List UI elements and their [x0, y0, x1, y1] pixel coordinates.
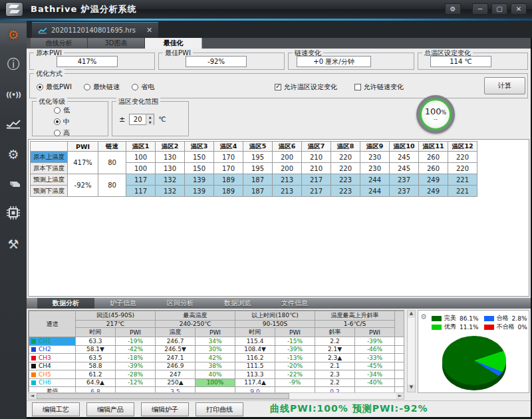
zone-value-cell[interactable]: 170: [214, 152, 243, 163]
row-label[interactable]: 预测上温度: [31, 174, 68, 186]
channel-label[interactable]: CH4: [29, 362, 76, 370]
close-button[interactable]: ✕: [511, 3, 527, 15]
horizontal-scrollbar[interactable]: ◄ ►: [28, 392, 404, 400]
sidebar-item-info[interactable]: ⓘ: [0, 53, 27, 76]
channel-label[interactable]: CH1: [29, 337, 76, 346]
zone-value-cell[interactable]: 200: [273, 152, 302, 163]
optimize-radio-2[interactable]: 省电: [132, 82, 154, 92]
optimize-checkbox-1[interactable]: 允许链速变化: [354, 82, 404, 92]
zone-value-cell[interactable]: 221: [448, 174, 477, 186]
calculate-button[interactable]: 计算: [484, 77, 525, 94]
zone-value-cell[interactable]: 100: [126, 152, 156, 163]
param-value-original-pwi[interactable]: 417%: [57, 56, 118, 67]
zone-value-cell[interactable]: 230: [360, 152, 390, 163]
row-label[interactable]: 预测下温度: [31, 186, 68, 197]
row-label[interactable]: 原本上温度: [31, 152, 68, 163]
zone-value-cell[interactable]: 220: [331, 163, 360, 174]
analysis-tab-3[interactable]: 数据浏览: [209, 298, 266, 309]
scrollbar-thumb[interactable]: [37, 393, 289, 399]
zone-value-cell[interactable]: 132: [156, 174, 185, 186]
zone-value-cell[interactable]: 195: [243, 152, 273, 163]
level-radio-2[interactable]: 高: [54, 128, 70, 138]
spinner-arrows-icon[interactable]: ▲▼: [146, 114, 154, 124]
zone-value-cell[interactable]: 245: [390, 163, 419, 174]
zone-value-cell[interactable]: 237: [390, 186, 419, 197]
param-value-zone-setting-change[interactable]: 114 ℃: [430, 56, 491, 67]
settings-button[interactable]: ⚙: [445, 3, 461, 15]
channel-row[interactable]: CH258.1▼-42%246.5▼30%108.4▼-39%2.1▼-46%: [29, 345, 404, 354]
zone-value-cell[interactable]: 139: [185, 186, 214, 197]
view-tab-2[interactable]: 最佳化: [145, 38, 202, 49]
zone-value-cell[interactable]: 223: [331, 186, 360, 197]
zone-value-cell[interactable]: 244: [360, 186, 390, 197]
scroll-left-icon[interactable]: ◄: [29, 393, 36, 399]
zone-value-cell[interactable]: 117: [126, 186, 156, 197]
channel-row[interactable]: CH363.5-18%247.142%116.2-13%2.3▲-33%: [29, 354, 404, 362]
zone-value-cell[interactable]: 100: [126, 163, 156, 174]
zone-value-cell[interactable]: 217: [302, 174, 331, 186]
view-tab-0[interactable]: 曲线分析: [31, 38, 88, 49]
channel-label[interactable]: CH5: [29, 370, 76, 379]
zone-value-cell[interactable]: 237: [390, 174, 419, 186]
zone-value-cell[interactable]: 230: [360, 163, 390, 174]
close-tab-icon[interactable]: ✕: [146, 26, 152, 35]
zone-value-cell[interactable]: 245: [390, 152, 419, 163]
sidebar-item-curve-chart[interactable]: [0, 113, 27, 136]
sidebar-item-chip[interactable]: [0, 203, 27, 225]
zone-value-cell[interactable]: 189: [214, 186, 243, 197]
scroll-down-icon[interactable]: ▼: [408, 384, 415, 392]
zone-value-cell[interactable]: 221: [448, 186, 477, 197]
analysis-tab-4[interactable]: 文件信息: [266, 298, 323, 309]
zone-value-cell[interactable]: 170: [214, 163, 243, 174]
vertical-scrollbar[interactable]: ▲ ▼: [407, 310, 416, 392]
zone-value-cell[interactable]: 132: [156, 186, 185, 197]
channel-row[interactable]: CH664.9▲-12%250▲100%117.4▲-9%2.2-40%: [29, 378, 404, 387]
zone-value-cell[interactable]: 217: [302, 186, 331, 197]
sidebar-item-wireless-signal[interactable]: ((•)): [0, 83, 27, 106]
zone-value-cell[interactable]: 213: [273, 186, 302, 197]
sidebar-item-furnace-gear[interactable]: ⚙: [0, 23, 27, 46]
zone-value-cell[interactable]: 244: [360, 174, 390, 186]
zone-value-cell[interactable]: 150: [185, 163, 214, 174]
optimize-radio-1[interactable]: 最快链速: [84, 82, 120, 92]
zone-value-cell[interactable]: 213: [273, 174, 302, 186]
zone-value-cell[interactable]: 187: [243, 186, 273, 197]
zone-value-cell[interactable]: 195: [243, 163, 273, 174]
channel-label[interactable]: CH6: [29, 378, 76, 387]
channel-row[interactable]: CH561.2-28%24740%113.3-22%2.3-34%: [29, 370, 404, 379]
edit-product-button[interactable]: 编辑产品: [86, 402, 134, 416]
zone-value-cell[interactable]: 130: [156, 163, 185, 174]
optimize-checkbox-0[interactable]: 允许温区设定变化: [275, 82, 337, 92]
param-value-best-pwi[interactable]: -92%: [186, 56, 247, 67]
level-radio-0[interactable]: 低: [54, 106, 70, 115]
view-tab-1[interactable]: 3D图表: [88, 38, 145, 49]
zone-value-cell[interactable]: 210: [302, 152, 331, 163]
pie-settings-icon[interactable]: ⚙: [420, 313, 427, 321]
edit-process-button[interactable]: 编辑工艺: [32, 402, 80, 416]
zone-value-cell[interactable]: 220: [448, 163, 477, 174]
zone-value-cell[interactable]: 210: [302, 163, 331, 174]
zone-value-cell[interactable]: 249: [419, 174, 448, 186]
print-curve-button[interactable]: 打印曲线: [196, 402, 243, 416]
document-tab[interactable]: 20201120140801695.hrs ✕: [32, 22, 158, 38]
analysis-tab-0[interactable]: 数据分析: [37, 298, 94, 309]
zone-value-cell[interactable]: 200: [273, 163, 302, 174]
maximize-button[interactable]: ▢: [491, 3, 507, 15]
zone-value-cell[interactable]: 117: [126, 174, 156, 186]
scroll-up-icon[interactable]: ▲: [408, 311, 415, 318]
analysis-tab-1[interactable]: 炉子信息: [94, 298, 152, 309]
scroll-right-icon[interactable]: ►: [396, 393, 404, 399]
zone-value-cell[interactable]: 130: [156, 152, 185, 163]
zone-value-cell[interactable]: 260: [419, 152, 448, 163]
zone-value-cell[interactable]: 249: [419, 186, 448, 197]
zone-value-cell[interactable]: 223: [331, 174, 360, 186]
analysis-tab-2[interactable]: 区间分析: [152, 298, 209, 309]
edit-furnace-button[interactable]: 编辑炉子: [141, 402, 189, 416]
zone-value-cell[interactable]: 220: [331, 152, 360, 163]
zone-value-cell[interactable]: 150: [185, 152, 214, 163]
row-label[interactable]: 原本下温度: [31, 163, 68, 174]
sidebar-item-tools[interactable]: ⚒: [0, 233, 27, 255]
channel-label[interactable]: CH2: [29, 345, 76, 354]
zone-value-cell[interactable]: 189: [214, 174, 243, 186]
param-value-speed-change[interactable]: +0 厘米/分钟: [297, 56, 371, 67]
